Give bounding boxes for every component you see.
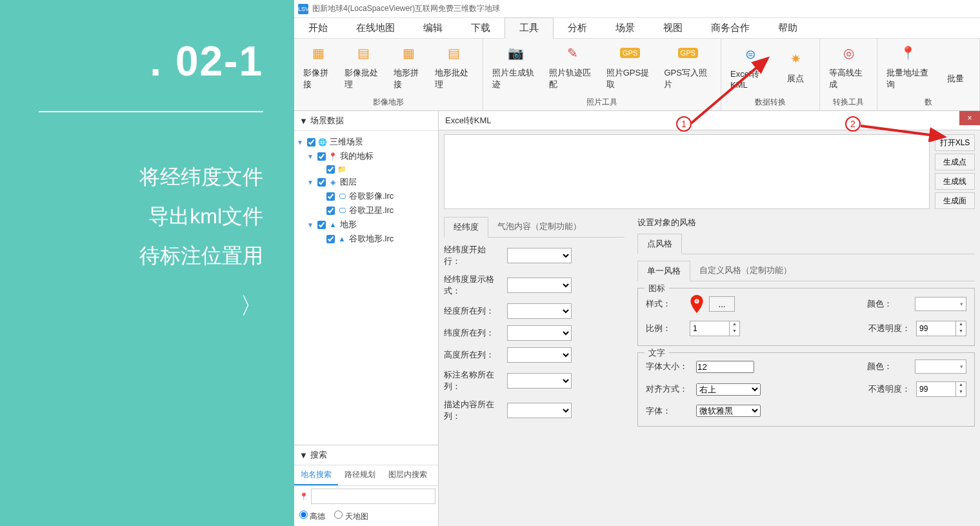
font-select[interactable]: 微软雅黑	[696, 405, 761, 417]
text-color-picker[interactable]: ▾	[915, 359, 966, 374]
gps-extract-icon: GPS	[620, 43, 641, 63]
subtab-custom-style[interactable]: 自定义风格（定制功能）	[690, 261, 801, 281]
ribbon-expand-point[interactable]: ✷展点	[775, 47, 815, 86]
mymark-checkbox[interactable]	[317, 152, 326, 161]
ratio-spinner[interactable]: ▲▼	[690, 321, 740, 336]
alt-col-select[interactable]	[507, 347, 572, 363]
search-pin-icon: 📍	[299, 492, 308, 501]
more-icon	[945, 48, 966, 69]
contour-icon: ◎	[838, 43, 859, 63]
gsat-checkbox[interactable]	[326, 207, 335, 215]
folder-icon: 📁	[337, 165, 346, 174]
subtab-point-style[interactable]: 点风格	[637, 234, 682, 254]
address-icon: 📍	[898, 43, 919, 63]
tab-edit[interactable]: 编辑	[409, 18, 457, 38]
subtab-latlon[interactable]: 经纬度	[444, 217, 488, 238]
tab-scene[interactable]: 场景	[601, 18, 649, 38]
ribbon-image-batch[interactable]: ▤影像批处理	[339, 41, 388, 92]
icon-browse-button[interactable]: ...	[709, 296, 735, 312]
gimg-checkbox[interactable]	[326, 192, 335, 201]
radio-gaode[interactable]: 高德	[299, 511, 325, 522]
search-tab-place[interactable]: 地名搜索	[294, 465, 338, 485]
ribbon-group-photo-tools: 📷照片生成轨迹 ✎照片轨迹匹配 GPS照片GPS提取 GPSGPS写入照片 照片…	[483, 39, 721, 110]
ribbon-group-convert-tools: ◎等高线生成 转换工具	[820, 39, 877, 110]
terrain-icon: ▲	[328, 220, 337, 229]
tree-node-google-img[interactable]: 🖵谷歌影像.lrc	[297, 189, 435, 203]
image-stitch-icon: ▦	[308, 43, 329, 63]
scene-tree[interactable]: ▼🌐三维场景 ▼📍我的地标 📁 ▼◈图层 🖵谷歌影像.lrc 🖵谷歌卫星.lrc…	[294, 131, 438, 445]
text-opacity-spinner[interactable]: ▲▼	[916, 381, 966, 397]
tab-start[interactable]: 开始	[294, 18, 342, 38]
ribbon-photo-gps-extract[interactable]: GPS照片GPS提取	[601, 41, 659, 92]
ribbon-image-stitch[interactable]: ▦影像拼接	[298, 41, 339, 92]
ribbon-terrain-batch[interactable]: ▤地形批处理	[430, 41, 479, 92]
format-select[interactable]	[507, 278, 572, 293]
search-tabs: 地名搜索 路径规划 图层内搜索	[294, 465, 438, 486]
search-header: ▼搜索	[294, 445, 438, 465]
tab-help[interactable]: 帮助	[764, 18, 812, 38]
image-icon: 🖵	[337, 206, 346, 215]
gen-polygon-button[interactable]: 生成面	[935, 192, 975, 209]
lat-col-select[interactable]	[507, 325, 572, 341]
tab-online-map[interactable]: 在线地图	[342, 18, 409, 38]
icon-fieldset: 图标 样式： + ... 颜色： ▾	[637, 288, 975, 346]
ribbon-contour-gen[interactable]: ◎等高线生成	[824, 41, 873, 92]
icon-opacity-spinner[interactable]: ▲▼	[916, 321, 966, 336]
layers-checkbox[interactable]	[317, 178, 326, 187]
tree-node-google-terrain[interactable]: ▲谷歌地形.lrc	[297, 232, 435, 246]
tree-node-google-sat[interactable]: 🖵谷歌卫星.lrc	[297, 203, 435, 217]
tree-node-layers[interactable]: ▼◈图层	[297, 175, 435, 189]
name-col-select[interactable]	[507, 373, 572, 389]
ribbon-gps-write[interactable]: GPSGPS写入照片	[659, 41, 717, 92]
search-input[interactable]	[311, 489, 435, 504]
tree-node-folder[interactable]: 📁	[297, 163, 435, 175]
tree-node-mymark[interactable]: ▼📍我的地标	[297, 149, 435, 163]
ribbon-batch-address[interactable]: 📍批量地址查询	[881, 41, 935, 92]
image-icon: 🖵	[337, 192, 346, 201]
excel-to-kml-panel: Excel转KML × 打开XLS 生成点 生成线 生成面	[439, 111, 980, 526]
ribbon-excel-to-kml[interactable]: ⊜Excel转KML	[725, 43, 775, 91]
tab-tools[interactable]: 工具	[505, 17, 554, 39]
align-select[interactable]: 右上	[696, 383, 761, 396]
image-batch-icon: ▤	[354, 43, 374, 63]
subtab-single-style[interactable]: 单一风格	[637, 261, 690, 281]
icon-color-picker[interactable]: ▾	[915, 297, 966, 311]
search-tab-layer[interactable]: 图层内搜索	[382, 465, 434, 485]
ribbon-batch-more[interactable]: 批量	[935, 47, 975, 86]
root-checkbox[interactable]	[307, 138, 315, 147]
folder-checkbox[interactable]	[326, 165, 335, 174]
desc-col-select[interactable]	[507, 403, 572, 418]
text-fieldset: 文字 字体大小： 颜色： ▾ 对齐方式：	[637, 352, 975, 427]
divider	[39, 111, 263, 112]
tab-download[interactable]: 下载	[457, 18, 505, 38]
slide-number: . 02-1	[0, 37, 263, 85]
gterrain-checkbox[interactable]	[326, 235, 335, 243]
tab-view[interactable]: 视图	[649, 18, 697, 38]
close-button[interactable]: ×	[959, 111, 980, 125]
gen-point-button[interactable]: 生成点	[935, 154, 975, 170]
search-tab-route[interactable]: 路径规划	[338, 465, 382, 485]
ribbon-photo-match[interactable]: ✎照片轨迹匹配	[544, 41, 601, 92]
map-provider-radios: 高德 天地图	[294, 507, 438, 526]
terrain-file-icon: ▲	[337, 234, 346, 243]
slide-description: 将经纬度文件 导出kml文件 待标注位置用	[0, 157, 263, 275]
ribbon-group-image-terrain: ▦影像拼接 ▤影像批处理 ▦地形拼接 ▤地形批处理 影像地形	[294, 39, 483, 110]
gen-line-button[interactable]: 生成线	[935, 173, 975, 190]
ribbon-photo-track[interactable]: 📷照片生成轨迹	[487, 41, 544, 92]
terrain-checkbox[interactable]	[317, 221, 326, 229]
scene-header: ▼场景数据	[294, 111, 438, 131]
tab-analysis[interactable]: 分析	[554, 18, 601, 38]
ribbon-group-data-convert: ⊜Excel转KML ✷展点 数据转换	[721, 39, 820, 110]
tree-node-terrain[interactable]: ▼▲地形	[297, 217, 435, 232]
excel-kml-icon: ⊜	[740, 44, 761, 65]
ribbon-terrain-stitch[interactable]: ▦地形拼接	[388, 41, 430, 92]
lon-col-select[interactable]	[507, 303, 572, 319]
tree-node-root[interactable]: ▼🌐三维场景	[297, 135, 435, 149]
svg-text:+: +	[695, 298, 698, 305]
start-row-select[interactable]	[507, 248, 572, 263]
open-xls-button[interactable]: 打开XLS	[935, 134, 975, 151]
font-size-input[interactable]	[696, 361, 754, 373]
subtab-bubble[interactable]: 气泡内容（定制功能）	[488, 217, 590, 237]
radio-tianditu[interactable]: 天地图	[334, 511, 368, 522]
tab-business[interactable]: 商务合作	[697, 18, 764, 38]
